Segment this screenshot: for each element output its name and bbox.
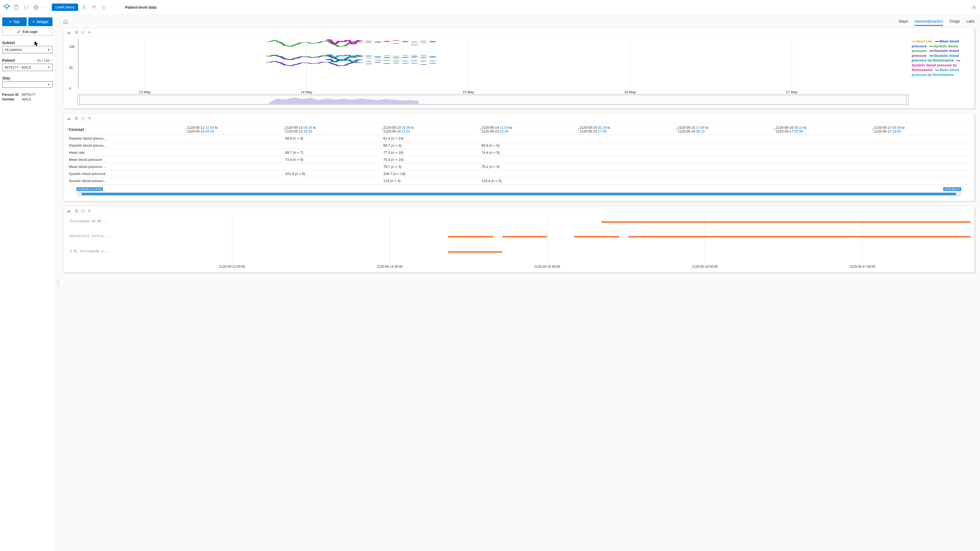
table-col-header[interactable]: ▲▼2120-05-15 02:26 to2120-05-15 17:49 (578, 124, 676, 135)
table-row: Mean blood pressure73.9 (n = 8)75.4 (n =… (67, 156, 970, 163)
patient-label: Patient (2, 58, 15, 63)
svg-point-36 (341, 46, 348, 46)
subset-dropdown[interactable]: All patients▼ (2, 46, 52, 53)
stay-label: Stay (2, 76, 52, 80)
tab-stays[interactable]: Stays (899, 17, 908, 26)
slider-handle-right[interactable] (956, 192, 961, 197)
svg-point-105 (293, 58, 299, 58)
svg-point-82 (309, 57, 315, 58)
svg-point-144 (365, 55, 372, 56)
range-handle-right[interactable] (907, 94, 909, 105)
svg-point-194 (355, 59, 362, 60)
table-col-header[interactable]: ▲▼2120-05-17 00:36 to2120-05-17 16:00 (872, 124, 970, 135)
chart-range-slider[interactable] (78, 95, 908, 105)
tab-haemodynamics[interactable]: Haemodynamics (915, 17, 943, 26)
edit-page-button[interactable]: Edit page (2, 28, 52, 36)
list-icon[interactable] (74, 116, 78, 121)
braces-icon[interactable]: { } (24, 5, 29, 10)
slider-handle-left[interactable] (77, 192, 82, 197)
braces-icon[interactable]: { } (81, 209, 84, 213)
chart-icon[interactable] (67, 30, 71, 35)
svg-rect-205 (68, 118, 69, 120)
svg-point-156 (287, 65, 294, 66)
svg-point-62 (351, 43, 358, 44)
svg-point-51 (330, 43, 336, 43)
gantt-bar[interactable] (601, 221, 970, 223)
svg-point-150 (420, 55, 427, 56)
svg-point-24 (277, 42, 283, 43)
list-icon[interactable] (74, 30, 78, 35)
gear-icon[interactable] (971, 5, 977, 10)
chart-icon[interactable] (67, 116, 71, 121)
svg-point-148 (401, 55, 409, 56)
list-icon[interactable] (101, 5, 107, 10)
range-handle-left[interactable] (77, 94, 80, 105)
more-icon-2[interactable]: ··· (111, 5, 116, 10)
svg-point-11 (102, 6, 102, 6)
person-icon[interactable] (81, 5, 87, 10)
patient-dropdown[interactable]: 6975177 - MALE▼ (2, 64, 52, 71)
clipboard-icon[interactable] (14, 5, 19, 10)
people-icon[interactable] (91, 5, 97, 10)
table-col-header[interactable]: ▲▼2120-05-15 17:49 to2120-05-16 09:13 (676, 124, 774, 135)
svg-point-161 (314, 63, 321, 64)
svg-point-56 (339, 41, 346, 42)
svg-rect-204 (67, 119, 68, 120)
svg-point-164 (330, 64, 337, 64)
table-col-header[interactable]: ▲▼2120-05-13 19:39 to2120-05-14 11:03 (382, 124, 480, 135)
svg-point-74 (266, 56, 272, 57)
add-widget-button[interactable]: +Widget (28, 17, 53, 26)
svg-point-5 (83, 6, 85, 7)
table-col-header[interactable]: ▲▼2120-05-13 04:16 to2120-05-13 19:39 (283, 124, 382, 135)
table-col-header[interactable]: ▲▼2120-05-16 09:13 to2120-05-17 00:36 (774, 124, 872, 135)
gantt-bar[interactable] (502, 236, 547, 238)
list-icon[interactable] (74, 209, 78, 213)
svg-point-22 (266, 41, 272, 42)
gantt-bar[interactable] (574, 236, 619, 238)
patient-next[interactable]: › (51, 59, 52, 62)
braces-icon[interactable]: { } (81, 116, 84, 121)
braces-icon[interactable]: { } (81, 30, 84, 35)
more-icon[interactable]: ··· (43, 5, 48, 10)
gantt-row-label: 2 ML furosemide 1... (70, 249, 109, 253)
svg-point-43 (392, 43, 399, 44)
haemo-chart[interactable]: 05010013 May14 May15 May16 May17 May (78, 38, 908, 89)
svg-point-199 (392, 61, 399, 61)
table-col-header[interactable]: ▲▼2120-05-12 12:53 to2120-05-13 04:16 (185, 124, 284, 135)
add-tab-button[interactable]: +Tab (2, 17, 27, 26)
chart-icon[interactable] (67, 209, 71, 213)
svg-point-68 (383, 41, 391, 41)
gantt-row-label: metoprolol tartra... (70, 234, 109, 238)
svg-point-59 (345, 40, 352, 40)
svg-point-93 (374, 59, 381, 59)
svg-point-69 (392, 40, 399, 41)
gear-icon[interactable] (88, 116, 91, 121)
svg-point-60 (347, 42, 354, 42)
svg-point-52 (332, 44, 338, 44)
gantt-bar[interactable] (448, 251, 502, 253)
gantt-bar[interactable] (628, 236, 970, 238)
gantt-bar[interactable] (448, 236, 493, 238)
svg-point-95 (392, 59, 399, 59)
svg-point-147 (392, 56, 399, 57)
gear-icon[interactable] (88, 209, 91, 213)
stay-dropdown[interactable]: ▼ (2, 81, 52, 87)
svg-rect-213 (70, 211, 70, 213)
svg-point-47 (429, 42, 436, 43)
demo-pill[interactable]: LinkR demo (52, 3, 78, 11)
table-time-slider[interactable]: 2120-05-12 12:53 2120-05-17 (78, 188, 959, 196)
tab-labs[interactable]: Labs (966, 17, 975, 26)
svg-point-73 (429, 41, 436, 41)
concept-header[interactable]: ▲▼Concept (67, 124, 185, 135)
topbar: { } ··· LinkR demo ··· Patient-level dat… (0, 0, 980, 15)
globe-icon[interactable] (33, 5, 39, 10)
svg-point-40 (365, 43, 372, 43)
tab-drugs[interactable]: Drugs (950, 17, 959, 26)
gear-icon[interactable] (88, 30, 91, 35)
svg-point-200 (401, 61, 409, 61)
patient-prev[interactable]: ‹ (34, 59, 35, 62)
table-col-header[interactable]: ▲▼2120-05-14 11:03 to2120-05-15 02:26 (480, 124, 578, 135)
home-icon[interactable] (63, 19, 68, 24)
svg-point-12 (102, 7, 102, 8)
drugs-gantt[interactable]: 2120-05-13 00:002120-05-14 00:002120-05-… (70, 217, 970, 268)
